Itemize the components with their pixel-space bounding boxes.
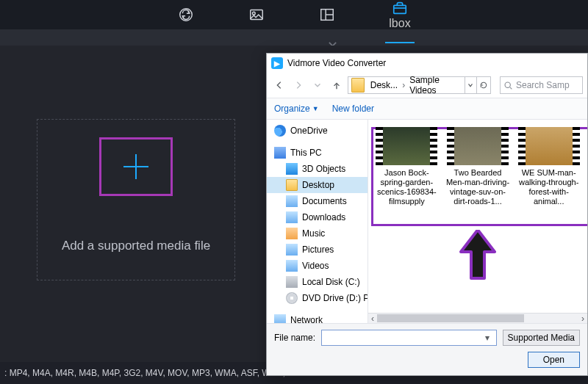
svg-line-11 [510, 87, 512, 88]
nav-recent-button[interactable] [309, 77, 326, 93]
documents-icon [286, 195, 298, 207]
refresh-icon[interactable] [476, 77, 490, 93]
filename-label: File name: [274, 333, 315, 343]
thumb-image [526, 127, 573, 165]
thumb-image [454, 127, 501, 165]
breadcrumb-sample-videos[interactable]: Sample Videos [406, 75, 465, 95]
file-item[interactable]: Two Bearded Men-man-driving-vintage-suv-… [444, 127, 512, 206]
new-folder-button[interactable]: New folder [332, 104, 374, 114]
videos-icon [286, 260, 298, 272]
pictures-icon [286, 244, 298, 256]
svg-rect-6 [394, 5, 406, 13]
nav-up-button[interactable] [329, 77, 345, 93]
tree-music[interactable]: Music [267, 225, 368, 242]
file-name: Jason Bock-spring-garden-scenics-169834-… [373, 168, 441, 206]
downloads-icon [286, 211, 298, 223]
address-dropdown-icon[interactable] [465, 77, 476, 93]
tree-videos-label: Videos [302, 261, 329, 271]
file-open-dialog: ▶ Vidmore Video Converter Desk... › Samp… [266, 53, 588, 376]
scroll-left-icon[interactable]: ‹ [368, 314, 377, 323]
tree-videos[interactable]: Videos [267, 258, 368, 274]
scroll-thumb[interactable] [377, 314, 524, 322]
nav-mv-icon[interactable] [248, 6, 265, 23]
nav-collage-icon[interactable] [318, 6, 336, 23]
tree-pictures[interactable]: Pictures [267, 242, 368, 258]
tree-documents-label: Documents [302, 196, 347, 206]
breadcrumb-desk[interactable]: Desk... [368, 80, 401, 90]
organize-button[interactable]: Organize▼ [274, 104, 319, 114]
chevron-down-icon: ▼ [312, 105, 319, 112]
open-button[interactable]: Open [528, 352, 580, 368]
dialog-nav-row: Desk... › Sample Videos Search Samp [267, 73, 587, 98]
svg-marker-12 [461, 230, 495, 278]
tree-thispc[interactable]: This PC [267, 145, 368, 161]
tree-onedrive[interactable]: OneDrive [267, 123, 368, 139]
horizontal-scrollbar[interactable]: ‹ › [368, 313, 587, 323]
desktop-icon [286, 179, 298, 191]
film-thumb-icon [376, 127, 437, 165]
thumb-image [383, 127, 430, 165]
tree-3d-objects[interactable]: 3D Objects [267, 161, 368, 177]
thispc-icon [274, 147, 286, 159]
tree-music-label: Music [302, 228, 325, 239]
tree-desktop-label: Desktop [302, 180, 334, 190]
tree-localc-label: Local Disk (C:) [302, 277, 360, 287]
nav-forward-button[interactable] [290, 77, 306, 93]
annotation-arrow-icon [459, 230, 496, 281]
dialog-title: Vidmore Video Converter [287, 58, 386, 68]
app-top-nav: lbox [0, 0, 588, 29]
scroll-right-icon[interactable]: › [578, 314, 587, 323]
folder-icon [351, 78, 365, 93]
dialog-filename-row: File name: ▾ Supported Media [267, 323, 587, 352]
folder-tree[interactable]: OneDrive This PC 3D Objects Desktop Docu… [267, 120, 368, 323]
file-item[interactable]: WE SUM-man-walking-through-forest-with-a… [514, 127, 583, 206]
filetype-filter-label: Supported Media [508, 333, 575, 343]
tree-pictures-label: Pictures [302, 244, 334, 255]
tree-network[interactable]: Network [267, 312, 368, 323]
file-thumb-row: Jason Bock-spring-garden-scenics-169834-… [373, 127, 583, 206]
nav-toolbox[interactable]: lbox [389, 0, 410, 30]
tree-downloads[interactable]: Downloads [267, 209, 368, 225]
filetype-filter[interactable]: Supported Media [503, 330, 580, 346]
add-media-plusbox[interactable] [99, 137, 173, 196]
dialog-titlebar: ▶ Vidmore Video Converter [267, 54, 587, 73]
disk-icon [286, 276, 298, 288]
dvd-icon [286, 292, 298, 304]
nav-converter-icon[interactable] [177, 6, 195, 23]
svg-rect-1 [251, 10, 263, 20]
svg-point-2 [253, 12, 256, 15]
tree-dvd-drive[interactable]: DVD Drive (D:) P [267, 290, 368, 306]
add-media-dropzone[interactable]: Add a supported media file [37, 119, 235, 280]
search-input[interactable]: Search Samp [500, 76, 583, 94]
tree-thispc-label: This PC [290, 148, 322, 158]
film-thumb-icon [518, 127, 580, 165]
chevron-down-icon[interactable]: ▾ [481, 333, 493, 343]
tree-onedrive-label: OneDrive [290, 126, 328, 136]
search-icon [503, 81, 513, 90]
file-item[interactable]: Jason Bock-spring-garden-scenics-169834-… [373, 127, 441, 206]
new-folder-label: New folder [332, 104, 374, 114]
search-placeholder: Search Samp [516, 80, 570, 90]
network-icon [274, 314, 286, 323]
add-media-label: Add a supported media file [62, 239, 210, 253]
tree-local-disk-c[interactable]: Local Disk (C:) [267, 274, 368, 290]
file-list[interactable]: Jason Bock-spring-garden-scenics-169834-… [368, 120, 587, 323]
tree-documents[interactable]: Documents [267, 193, 368, 209]
nav-back-button[interactable] [271, 77, 287, 93]
cube-icon [286, 163, 298, 175]
tree-desktop[interactable]: Desktop [267, 177, 368, 193]
address-bar[interactable]: Desk... › Sample Videos [348, 76, 491, 94]
nav-toolbox-label: lbox [389, 17, 410, 30]
dialog-toolbar: Organize▼ New folder [267, 98, 587, 120]
film-thumb-icon [447, 127, 509, 165]
dialog-body: OneDrive This PC 3D Objects Desktop Docu… [267, 120, 587, 323]
tree-3d-label: 3D Objects [302, 164, 345, 174]
file-name: WE SUM-man-walking-through-forest-with-a… [514, 168, 583, 206]
nav-active-underline [385, 42, 415, 43]
tree-dvd-label: DVD Drive (D:) P [302, 293, 368, 303]
filename-input[interactable]: ▾ [321, 330, 497, 346]
plus-icon [119, 150, 153, 184]
nav-toolbox-icon[interactable] [391, 0, 409, 17]
tree-downloads-label: Downloads [302, 212, 345, 222]
tree-network-label: Network [290, 315, 323, 323]
